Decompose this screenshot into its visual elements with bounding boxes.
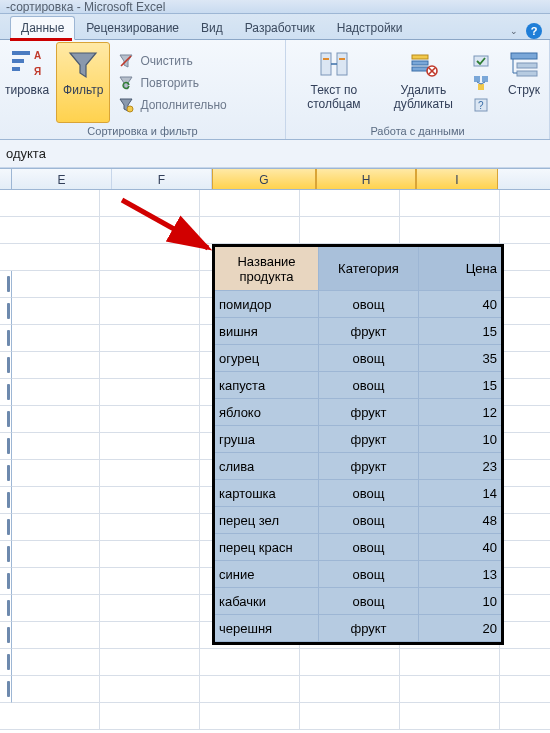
cell-category[interactable]: овощ (319, 480, 419, 507)
row-header-fragment-cell[interactable] (0, 487, 12, 514)
table-row[interactable]: синиеовощ13 (215, 561, 501, 588)
table-row[interactable]: капустаовощ15 (215, 372, 501, 399)
row-header-fragment-cell[interactable] (0, 595, 12, 622)
cell-name[interactable]: перец зел (215, 507, 319, 534)
col-header-I[interactable]: I (416, 169, 498, 189)
table-row[interactable]: сливафрукт23 (215, 453, 501, 480)
row-header-fragment-cell[interactable] (0, 325, 12, 352)
cell-category[interactable]: овощ (319, 561, 419, 588)
cell-price[interactable]: 15 (419, 372, 501, 399)
cell-name[interactable]: помидор (215, 291, 319, 318)
table-row[interactable]: вишняфрукт15 (215, 318, 501, 345)
minimize-ribbon-icon[interactable]: ⌄ (510, 26, 518, 36)
reapply-filter-button[interactable]: Повторить (116, 73, 228, 93)
cell-price[interactable]: 35 (419, 345, 501, 372)
cell-name[interactable]: груша (215, 426, 319, 453)
th-price[interactable]: Цена (419, 247, 501, 291)
cell-category[interactable]: овощ (319, 588, 419, 615)
tab-data[interactable]: Данные (10, 16, 75, 40)
cell-price[interactable]: 23 (419, 453, 501, 480)
cell-name[interactable]: черешня (215, 615, 319, 642)
cell-price[interactable]: 14 (419, 480, 501, 507)
row-header-fragment-cell[interactable] (0, 649, 12, 676)
tab-view[interactable]: Вид (190, 16, 234, 39)
remove-duplicates-button[interactable]: Удалить дубликаты (378, 42, 469, 123)
cell-price[interactable]: 20 (419, 615, 501, 642)
tab-addins[interactable]: Надстройки (326, 16, 414, 39)
cell-category[interactable]: овощ (319, 291, 419, 318)
tab-developer[interactable]: Разработчик (234, 16, 326, 39)
cell-category[interactable]: овощ (319, 345, 419, 372)
tab-review[interactable]: Рецензирование (75, 16, 190, 39)
cell-category[interactable]: фрукт (319, 318, 419, 345)
row-header-fragment-cell[interactable] (0, 676, 12, 703)
row-header-fragment-cell[interactable] (0, 541, 12, 568)
filter-button[interactable]: Фильтр (56, 42, 110, 123)
cell-price[interactable]: 40 (419, 291, 501, 318)
svg-rect-19 (482, 76, 488, 82)
cell-name[interactable]: картошка (215, 480, 319, 507)
col-header-E[interactable]: E (12, 169, 112, 189)
name-box-value[interactable]: одукта (6, 146, 46, 161)
table-row[interactable]: картошкаовощ14 (215, 480, 501, 507)
cell-price[interactable]: 40 (419, 534, 501, 561)
cell-name[interactable]: огурец (215, 345, 319, 372)
cell-price[interactable]: 15 (419, 318, 501, 345)
text-to-columns-button[interactable]: Текст по столбцам (290, 42, 378, 123)
table-row[interactable]: черешняфрукт20 (215, 615, 501, 642)
cell-category[interactable]: фрукт (319, 453, 419, 480)
row-header-fragment-cell[interactable] (0, 514, 12, 541)
data-validation-button[interactable] (471, 51, 491, 71)
table-row[interactable]: грушафрукт10 (215, 426, 501, 453)
col-header-H[interactable]: H (316, 169, 416, 189)
th-name[interactable]: Название продукта (215, 247, 319, 291)
col-header-F[interactable]: F (112, 169, 212, 189)
cell-price[interactable]: 10 (419, 588, 501, 615)
cell-name[interactable]: слива (215, 453, 319, 480)
corner-stub[interactable] (0, 169, 12, 189)
cell-category[interactable]: овощ (319, 507, 419, 534)
cell-price[interactable]: 48 (419, 507, 501, 534)
table-row[interactable]: перец красновощ40 (215, 534, 501, 561)
cell-name[interactable]: кабачки (215, 588, 319, 615)
table-row[interactable]: яблокофрукт12 (215, 399, 501, 426)
help-icon[interactable]: ? (526, 23, 542, 39)
tab-label: Рецензирование (86, 21, 179, 35)
table-row[interactable]: кабачкиовощ10 (215, 588, 501, 615)
col-header-G[interactable]: G (212, 169, 316, 189)
row-header-fragment-cell[interactable] (0, 460, 12, 487)
row-header-fragment-cell[interactable] (0, 352, 12, 379)
cell-name[interactable]: перец красн (215, 534, 319, 561)
sort-button[interactable]: A Я тировка (4, 42, 56, 123)
whatif-button[interactable]: ? (471, 95, 491, 115)
clear-filter-button[interactable]: Очистить (116, 51, 228, 71)
row-header-fragment-cell[interactable] (0, 433, 12, 460)
cell-price[interactable]: 13 (419, 561, 501, 588)
row-header-fragment-cell[interactable] (0, 406, 12, 433)
cell-category[interactable]: овощ (319, 372, 419, 399)
data-table[interactable]: Название продукта Категория Цена помидор… (212, 244, 504, 645)
cell-category[interactable]: фрукт (319, 615, 419, 642)
cell-grid[interactable]: Название продукта Категория Цена помидор… (0, 190, 550, 730)
cell-category[interactable]: фрукт (319, 399, 419, 426)
table-row[interactable]: помидоровощ40 (215, 291, 501, 318)
cell-name[interactable]: синие (215, 561, 319, 588)
structure-button[interactable]: Струк (497, 42, 545, 123)
cell-category[interactable]: овощ (319, 534, 419, 561)
cell-name[interactable]: яблоко (215, 399, 319, 426)
cell-name[interactable]: вишня (215, 318, 319, 345)
cell-price[interactable]: 10 (419, 426, 501, 453)
row-header-fragment-cell[interactable] (0, 271, 12, 298)
th-category[interactable]: Категория (319, 247, 419, 291)
row-header-fragment-cell[interactable] (0, 568, 12, 595)
consolidate-button[interactable] (471, 73, 491, 93)
table-row[interactable]: огурецовощ35 (215, 345, 501, 372)
cell-price[interactable]: 12 (419, 399, 501, 426)
advanced-filter-button[interactable]: Дополнительно (116, 95, 228, 115)
cell-category[interactable]: фрукт (319, 426, 419, 453)
table-row[interactable]: перец зеловощ48 (215, 507, 501, 534)
cell-name[interactable]: капуста (215, 372, 319, 399)
row-header-fragment-cell[interactable] (0, 622, 12, 649)
row-header-fragment-cell[interactable] (0, 379, 12, 406)
row-header-fragment-cell[interactable] (0, 298, 12, 325)
